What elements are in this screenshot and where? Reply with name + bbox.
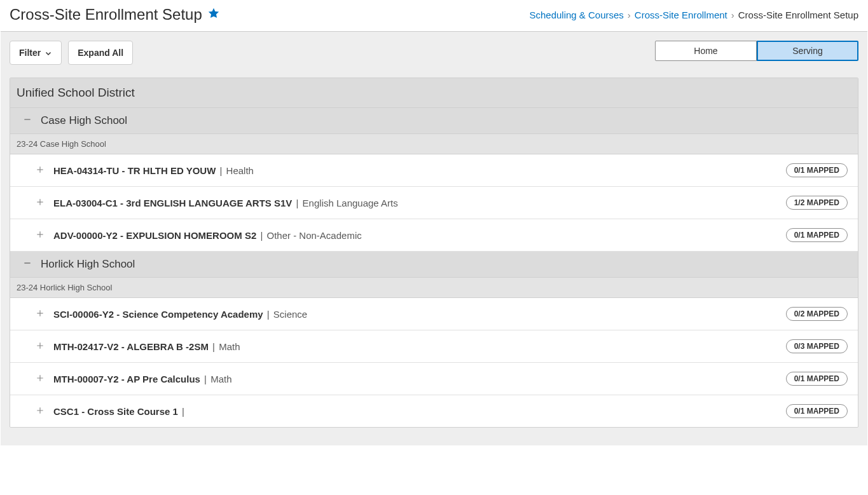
course-row[interactable]: HEA-04314-TU - TR HLTH ED YOUW | Health … <box>10 154 858 187</box>
chevron-right-icon: › <box>731 10 734 20</box>
course-row[interactable]: MTH-00007-Y2 - AP Pre Calculus | Math 0/… <box>10 363 858 395</box>
course-code-title: CSC1 - Cross Site Course 1 <box>53 406 178 417</box>
breadcrumb-current: Cross-Site Enrollment Setup <box>738 10 858 20</box>
breadcrumb-link-cross-site[interactable]: Cross-Site Enrollment <box>635 10 727 20</box>
breadcrumb-link-scheduling[interactable]: Scheduling & Courses <box>529 10 623 20</box>
content-panel: Unified School District Case High School… <box>10 78 858 428</box>
expand-icon <box>36 165 45 176</box>
course-row[interactable]: MTH-02417-V2 - ALGEBRA B -2SM | Math 0/3… <box>10 330 858 363</box>
breadcrumb: Scheduling & Courses › Cross-Site Enroll… <box>529 10 858 20</box>
mapped-badge: 0/2 MAPPED <box>786 307 848 321</box>
expand-all-label: Expand All <box>78 48 123 58</box>
course-dept: Math <box>210 374 231 384</box>
chevron-right-icon: › <box>628 10 631 20</box>
school-subheader: 23-24 Horlick High School <box>10 278 858 298</box>
mapped-badge: 0/3 MAPPED <box>786 339 848 353</box>
mapped-badge: 0/1 MAPPED <box>786 404 848 418</box>
mapped-badge: 0/1 MAPPED <box>786 228 848 242</box>
mapped-badge: 1/2 MAPPED <box>786 196 848 210</box>
segment-serving[interactable]: Serving <box>757 41 858 61</box>
course-dept: Science <box>273 309 307 320</box>
course-row[interactable]: CSC1 - Cross Site Course 1 | 0/1 MAPPED <box>10 395 858 427</box>
page-title: Cross-Site Enrollment Setup <box>10 6 202 24</box>
course-code-title: HEA-04314-TU - TR HLTH ED YOUW <box>53 165 216 176</box>
school-name: Horlick High School <box>41 258 135 271</box>
course-dept: Health <box>226 165 254 176</box>
expand-icon <box>36 309 45 320</box>
course-row[interactable]: ADV-00000-Y2 - EXPULSION HOMEROOM S2 | O… <box>10 219 858 252</box>
school-name: Case High School <box>41 114 127 127</box>
course-code-title: ELA-03004-C1 - 3rd ENGLISH LANGUAGE ARTS… <box>53 198 292 208</box>
course-code-title: MTH-00007-Y2 - AP Pre Calculus <box>53 374 200 384</box>
mapped-badge: 0/1 MAPPED <box>786 372 848 386</box>
school-header[interactable]: Horlick High School <box>10 252 858 278</box>
page-header: Cross-Site Enrollment Setup Scheduling &… <box>1 1 867 32</box>
expand-all-button[interactable]: Expand All <box>68 41 133 65</box>
course-dept: Other - Non-Academic <box>267 230 362 241</box>
district-header: Unified School District <box>10 78 858 108</box>
favorite-star-icon[interactable] <box>207 7 220 22</box>
course-code-title: MTH-02417-V2 - ALGEBRA B -2SM <box>53 341 209 352</box>
expand-icon <box>36 198 45 208</box>
view-segment: Home Serving <box>655 41 858 61</box>
school-subheader: 23-24 Case High School <box>10 134 858 154</box>
filter-button[interactable]: Filter <box>10 41 62 65</box>
expand-icon <box>36 230 45 241</box>
mapped-badge: 0/1 MAPPED <box>786 163 848 177</box>
school-header[interactable]: Case High School <box>10 108 858 134</box>
course-dept: English Language Arts <box>303 198 398 208</box>
filter-label: Filter <box>19 48 41 58</box>
expand-icon <box>36 406 45 417</box>
expand-icon <box>36 374 45 384</box>
course-code-title: SCI-00006-Y2 - Science Competency Academ… <box>53 309 263 320</box>
course-code-title: ADV-00000-Y2 - EXPULSION HOMEROOM S2 <box>53 230 256 241</box>
segment-home[interactable]: Home <box>655 41 757 61</box>
expand-icon <box>36 341 45 352</box>
course-row[interactable]: SCI-00006-Y2 - Science Competency Academ… <box>10 298 858 330</box>
course-dept: Math <box>219 341 240 352</box>
collapse-icon <box>23 258 32 271</box>
collapse-icon <box>23 114 32 127</box>
chevron-down-icon <box>45 49 52 57</box>
course-row[interactable]: ELA-03004-C1 - 3rd ENGLISH LANGUAGE ARTS… <box>10 187 858 219</box>
